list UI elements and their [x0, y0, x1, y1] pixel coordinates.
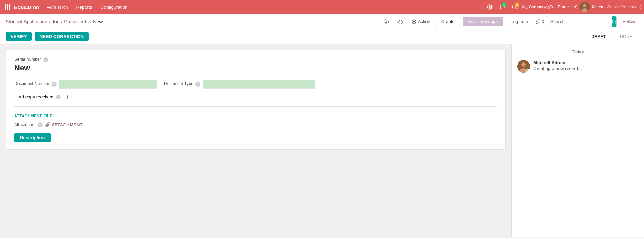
status-steps: DRAFT › DONE — [585, 32, 638, 41]
serial-number-section: Serial Number ? New — [14, 57, 497, 73]
action-button[interactable]: Action — [409, 17, 433, 25]
svg-rect-8 — [9, 8, 10, 10]
attachment-link-text: ATTACHMENT — [52, 122, 82, 127]
messages-icon[interactable]: 5 — [497, 2, 508, 12]
document-number-field: Document Number ? — [14, 80, 157, 89]
document-type-field: Document Type ? — [164, 80, 315, 89]
send-message-button[interactable]: Send message — [463, 17, 503, 26]
document-number-help-icon[interactable]: ? — [52, 82, 57, 87]
document-type-input[interactable] — [203, 80, 315, 89]
attachment-section-title: ATTACHMENT FILE — [14, 114, 497, 118]
topbar-right: 5 3 My Company (San Francisco) Mitchell … — [484, 2, 641, 12]
hard-copy-field: Hard copy received ? — [14, 94, 497, 100]
refresh-icon[interactable] — [395, 16, 406, 27]
serial-help-icon[interactable]: ? — [43, 57, 48, 62]
svg-line-17 — [615, 22, 616, 23]
main-layout: Serial Number ? New Document Number ? Do… — [0, 44, 644, 237]
activity-badge: 3 — [515, 2, 519, 7]
svg-point-9 — [489, 6, 490, 8]
attachment-help-icon[interactable]: ? — [38, 122, 43, 127]
breadcrumb-sep-3: › — [90, 19, 91, 24]
svg-point-19 — [521, 62, 526, 67]
chatter-content: Mitchell Admin Creating a new record... — [533, 60, 638, 73]
document-type-label: Document Type ? — [164, 81, 200, 87]
nav-admission[interactable]: Admission — [44, 3, 72, 11]
activity-icon[interactable]: 3 — [510, 2, 520, 12]
svg-rect-3 — [5, 6, 6, 8]
chatter-message: Mitchell Admin Creating a new record... — [517, 60, 638, 73]
step-draft[interactable]: DRAFT — [585, 32, 612, 41]
svg-rect-1 — [7, 4, 8, 6]
app-name: Education — [14, 4, 39, 10]
search-container — [547, 16, 617, 27]
document-type-help-icon[interactable]: ? — [195, 82, 200, 87]
svg-rect-0 — [5, 4, 6, 6]
chatter-author: Mitchell Admin — [533, 60, 638, 65]
breadcrumb-joe[interactable]: Joe — [52, 19, 60, 24]
search-input[interactable] — [547, 17, 612, 25]
breadcrumb-current: New — [93, 19, 103, 24]
attachment-link[interactable]: ATTACHMENT — [45, 122, 82, 127]
svg-rect-5 — [9, 6, 10, 8]
breadcrumb-bar: Student Application › Joe › Documents › … — [0, 14, 644, 29]
nav-reports[interactable]: Reports — [73, 3, 96, 11]
attachment-label: Attachment ? — [14, 122, 43, 127]
svg-point-16 — [612, 20, 615, 23]
section-divider — [14, 106, 497, 107]
svg-point-15 — [413, 21, 415, 22]
attachment-section: ATTACHMENT FILE Attachment ? ATTACHMENT — [14, 114, 497, 127]
content-area: Serial Number ? New Document Number ? Do… — [0, 44, 511, 237]
document-fields-row: Document Number ? Document Type ? — [14, 80, 497, 89]
attachment-field: Attachment ? ATTACHMENT — [14, 122, 497, 127]
svg-rect-7 — [7, 8, 8, 10]
log-note-button[interactable]: Log note — [506, 17, 533, 26]
top-navigation: Education Admission Reports Configuratio… — [0, 0, 644, 14]
create-button[interactable]: Create — [436, 17, 460, 26]
verify-button[interactable]: VERIFY — [6, 32, 32, 41]
settings-icon[interactable] — [484, 2, 495, 12]
messages-badge: 5 — [502, 2, 507, 7]
company-name: My Company (San Francisco) — [522, 5, 578, 9]
attachment-count-value: 0 — [542, 19, 544, 24]
svg-point-12 — [583, 4, 586, 7]
breadcrumb-student-application[interactable]: Student Application — [6, 19, 47, 24]
chatter-text: Creating a new record... — [533, 66, 638, 71]
app-grid-icon[interactable] — [3, 2, 13, 12]
chatter-avatar — [517, 60, 530, 73]
need-correction-button[interactable]: NEED CORRECTION — [35, 32, 89, 41]
svg-rect-2 — [9, 4, 10, 6]
serial-number-label: Serial Number ? — [14, 57, 497, 62]
cloud-save-icon[interactable] — [381, 16, 392, 27]
chatter-today: Today — [517, 50, 638, 54]
hard-copy-help-icon[interactable]: ? — [56, 95, 61, 99]
form-card: Serial Number ? New Document Number ? Do… — [6, 50, 506, 150]
document-number-label: Document Number ? — [14, 81, 57, 87]
action-label: Action — [418, 19, 430, 24]
breadcrumb-actions: Action Create Send message Log note 0 Fo… — [381, 16, 638, 27]
user-avatar[interactable] — [579, 2, 590, 12]
breadcrumb-sep-2: › — [61, 19, 62, 24]
svg-rect-4 — [7, 6, 8, 8]
step-done[interactable]: DONE — [614, 32, 638, 41]
attachment-count[interactable]: 0 — [536, 19, 544, 24]
chatter-area: Today Mitchell Admin Creating a new reco… — [511, 44, 644, 237]
search-button[interactable] — [612, 16, 616, 27]
svg-rect-6 — [5, 8, 6, 10]
user-name: Mitchell Admin (education) — [592, 5, 641, 9]
breadcrumb-sep-1: › — [49, 19, 50, 24]
nav-configuration[interactable]: Configuration — [97, 3, 131, 11]
hard-copy-checkbox[interactable] — [63, 95, 68, 99]
hard-copy-label: Hard copy received ? — [14, 94, 61, 100]
description-button[interactable]: Description — [14, 133, 51, 142]
online-indicator — [526, 69, 530, 73]
follow-button[interactable]: Follow — [620, 17, 638, 25]
status-bar: VERIFY NEED CORRECTION DRAFT › DONE — [0, 29, 644, 44]
document-number-input[interactable] — [59, 80, 157, 89]
breadcrumb-documents[interactable]: Documents — [64, 19, 89, 24]
serial-number-value: New — [14, 64, 497, 73]
